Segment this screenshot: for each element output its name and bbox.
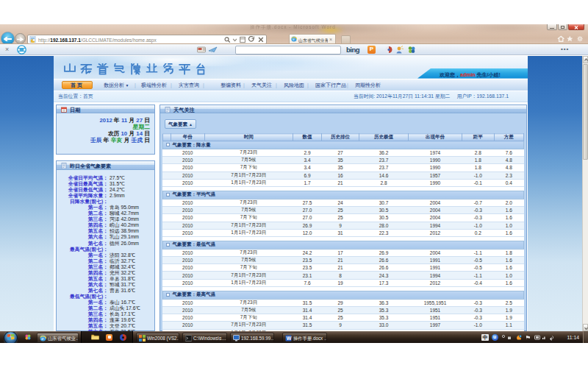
svg-text:e: e	[293, 37, 295, 41]
svg-text:W: W	[287, 336, 292, 341]
svg-text:e: e	[41, 336, 43, 342]
